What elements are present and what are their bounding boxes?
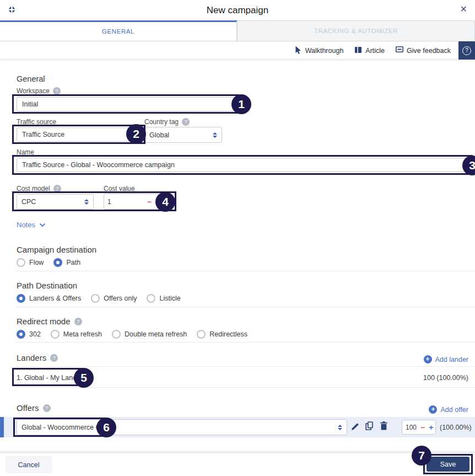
radio-flow[interactable]: Flow [17,258,44,267]
chevron-down-icon [39,221,46,229]
radio-302[interactable]: 302 [17,330,41,339]
question-icon: ? [462,46,471,55]
redirect-mode-help-icon[interactable]: ? [74,318,82,325]
plus-button[interactable]: + [429,423,433,432]
radio-icon [17,258,25,267]
radio-icon [91,294,100,303]
annotation-badge-3: 3 [462,156,475,175]
workspace-label: Workspace ? [17,87,61,95]
walkthrough-button[interactable]: Walkthrough [295,46,344,56]
general-section-title: General [17,74,45,83]
radio-icon [53,258,62,267]
offer-weight-share: (100.00%) [440,424,472,431]
annotation-badge-4: 4 [155,192,175,212]
divider [15,307,475,307]
path-destination-radios: Landers & Offers Offers only Listicle [17,294,181,303]
landers-help-icon[interactable]: ? [50,354,58,362]
workspace-input[interactable] [17,97,235,111]
campaign-destination-radios: Flow Path [17,258,80,267]
radio-landers-offers[interactable]: Landers & Offers [17,294,81,303]
select-spinner-icon [213,132,217,138]
add-lander-button[interactable]: + Add lander [424,355,468,363]
offers-title: Offers ? [17,403,51,413]
redirect-mode-title: Redirect mode ? [17,317,82,326]
divider [15,342,475,343]
cost-value-label: Cost value [104,185,135,192]
radio-icon [51,330,60,339]
offer-weight-stepper: 100 − + [402,420,436,435]
radio-double-meta-refresh[interactable]: Double meta refresh [112,330,187,339]
close-icon[interactable]: ✕ [460,4,467,14]
duplicate-icon[interactable] [365,421,373,432]
radio-icon [112,330,121,339]
landers-title: Landers ? [17,353,58,362]
radio-redirectless[interactable]: Redirectless [197,330,247,339]
help-bar-items: Walkthrough Article Give feedback [295,41,451,60]
name-label: Name [17,148,34,156]
cost-model-label: Cost model ? [17,185,61,192]
article-button[interactable]: Article [354,46,385,55]
divider [15,271,475,271]
workspace-help-icon[interactable]: ? [53,87,61,95]
modal-header: New campaign ✕ [0,0,475,20]
annotation-badge-6: 6 [96,418,116,437]
annotation-badge-1: 1 [231,94,251,114]
new-campaign-modal: New campaign ✕ GENERAL TRACKING & AUTOMI… [0,0,475,476]
save-button[interactable]: Save [427,457,469,472]
plus-circle-icon: + [424,355,432,363]
footer-bar [0,452,475,476]
annotation-badge-7: 7 [412,446,431,466]
annotation-badge-2: 2 [126,124,146,144]
country-tag-label: Country tag ? [144,118,190,126]
campaign-name-input[interactable] [17,158,468,172]
redirect-mode-radios: 302 Meta refresh Double meta refresh Red… [17,330,247,339]
cursor-icon [295,46,302,56]
lander-row-name[interactable]: 1. Global - My Lander [17,374,83,382]
tab-bar: GENERAL TRACKING & AUTOMIZER [0,20,475,41]
plus-circle-icon: + [429,405,437,414]
edit-pencil-icon[interactable] [351,422,359,433]
select-spinner-icon [84,199,89,205]
cost-value-text[interactable]: 1 [107,198,111,206]
delete-trash-icon[interactable] [380,421,387,432]
divider [15,366,475,367]
radio-icon [197,330,206,339]
page-title: New campaign [0,5,475,16]
annotation-badge-5: 5 [74,368,94,388]
cancel-button[interactable]: Cancel [6,456,52,473]
notes-toggle[interactable]: Notes [17,221,46,229]
minus-button[interactable]: − [420,423,425,432]
select-spinner-icon [338,425,342,430]
cost-model-help-icon[interactable]: ? [53,185,61,192]
tab-tracking-automizer[interactable]: TRACKING & AUTOMIZER [237,20,475,41]
traffic-source-label: Traffic source [17,118,56,126]
campaign-destination-title: Campaign destination [17,245,96,254]
cost-model-select[interactable]: CPC [17,194,94,210]
add-offer-button[interactable]: + Add offer [429,405,468,414]
country-tag-help-icon[interactable]: ? [182,118,190,126]
offer-weight-value[interactable]: 100 [406,424,417,431]
path-destination-title: Path Destination [17,281,77,290]
radio-icon [17,330,25,339]
offer-select[interactable]: Global - Woocommerce Offer [17,419,347,435]
traffic-source-input[interactable] [17,127,141,142]
chat-icon [396,46,403,55]
radio-meta-refresh[interactable]: Meta refresh [51,330,102,339]
radio-listicle[interactable]: Listicle [147,294,180,303]
offers-help-icon[interactable]: ? [43,404,51,412]
offer-row-accent-bar [0,417,4,437]
lander-row-weight: 100 (100.00%) [423,374,468,382]
radio-icon [147,294,155,303]
radio-path[interactable]: Path [53,258,80,267]
help-button[interactable]: ? [458,41,475,60]
radio-icon [17,294,25,303]
minus-button[interactable]: − [147,197,152,206]
book-icon [354,46,362,55]
tab-general[interactable]: GENERAL [0,20,237,41]
radio-offers-only[interactable]: Offers only [91,294,137,303]
give-feedback-button[interactable]: Give feedback [396,46,451,55]
country-tag-select[interactable]: Global [144,127,222,143]
